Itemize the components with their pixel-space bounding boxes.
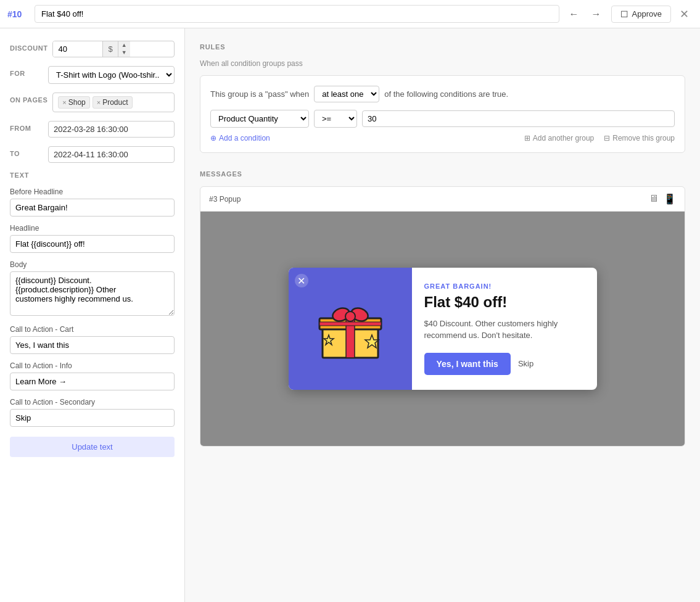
on-pages-control: × Shop × Product	[52, 93, 175, 112]
from-input[interactable]	[48, 121, 175, 138]
nav-buttons: ← →	[564, 6, 606, 22]
from-row: FROM	[10, 121, 175, 138]
popup-card: ✕	[289, 268, 597, 390]
add-another-group-button[interactable]: ⊞ Add another group	[524, 134, 594, 142]
message-card-header: #3 Popup 🖥 📱	[200, 187, 685, 212]
tag-product-remove[interactable]: ×	[97, 99, 101, 106]
add-condition-icon: ⊕	[210, 134, 216, 142]
body-textarea[interactable]: {{discount}} Discount. {{product.descrip…	[10, 271, 175, 316]
cta-info-label: Call to Action - Info	[10, 361, 175, 370]
discount-label: DISCOUNT	[10, 41, 47, 52]
right-panel: RULES When all condition groups pass Thi…	[185, 28, 700, 602]
cta-secondary-label: Call to Action - Secondary	[10, 398, 175, 406]
prev-button[interactable]: ←	[564, 6, 584, 22]
popup-close-button[interactable]: ✕	[295, 274, 308, 287]
item-id: #10	[7, 9, 30, 19]
tags-field: × Shop × Product	[52, 93, 175, 112]
remove-group-button[interactable]: ⊟ Remove this group	[604, 134, 675, 142]
popup-headline: Flat $40 off!	[424, 294, 585, 311]
add-group-icon: ⊞	[524, 134, 530, 142]
next-button[interactable]: →	[587, 6, 606, 22]
title-input[interactable]	[35, 5, 559, 23]
tag-product: × Product	[93, 96, 133, 109]
body-label: Body	[10, 260, 175, 269]
update-text-button[interactable]: Update text	[10, 437, 175, 457]
messages-section: MESSAGES #3 Popup 🖥 📱 ✕	[200, 170, 685, 447]
rules-section: RULES When all condition groups pass Thi…	[200, 43, 685, 153]
discount-input[interactable]	[53, 41, 102, 57]
discount-control: $ ▲ ▼	[52, 41, 175, 57]
on-pages-label: ON PAGES	[10, 93, 47, 104]
remove-group-icon: ⊟	[604, 134, 610, 142]
tag-shop: × Shop	[58, 96, 89, 109]
add-group-label: Add another group	[533, 134, 594, 142]
to-control	[48, 146, 175, 163]
svg-point-6	[345, 311, 355, 321]
popup-content-side: GREAT BARGAIN! Flat $40 off! $40 Discoun…	[412, 268, 597, 390]
discount-up-arrow[interactable]: ▲	[118, 41, 130, 49]
popup-preview: ✕	[200, 212, 685, 446]
tag-shop-remove[interactable]: ×	[62, 99, 66, 106]
to-label: TO	[10, 146, 43, 157]
before-headline-label: Before Headline	[10, 188, 175, 196]
cta-secondary-input[interactable]	[10, 409, 175, 427]
discount-row: DISCOUNT $ ▲ ▼	[10, 41, 175, 57]
tag-product-label: Product	[102, 98, 128, 107]
left-panel: DISCOUNT $ ▲ ▼ FOR T-Shirt with Logo (Wo…	[0, 28, 185, 602]
popup-subtitle: GREAT BARGAIN!	[424, 282, 585, 290]
text-section: TEXT Before Headline Headline Body {{dis…	[10, 171, 175, 457]
condition-op-select[interactable]: >=	[314, 110, 357, 128]
rules-subtitle: When all condition groups pass	[200, 59, 685, 68]
tag-shop-label: Shop	[68, 98, 86, 107]
discount-symbol: $	[102, 41, 117, 57]
cta-cart-input[interactable]	[10, 336, 175, 354]
condition-value-input[interactable]	[362, 110, 675, 127]
mobile-icon[interactable]: 📱	[664, 193, 676, 205]
headline-input[interactable]	[10, 235, 175, 253]
from-control	[48, 121, 175, 138]
discount-input-wrap: $ ▲ ▼	[52, 41, 175, 57]
of-label: of the following conditions are true.	[384, 89, 508, 99]
condition-group: This group is a "pass" when at least one…	[200, 75, 685, 153]
condition-row: Product Quantity >=	[210, 110, 675, 128]
device-icons: 🖥 📱	[649, 193, 676, 205]
for-label: FOR	[10, 66, 43, 77]
on-pages-row: ON PAGES × Shop × Product	[10, 93, 175, 112]
for-select[interactable]: T-Shirt with Logo (Woo-tshir...	[48, 66, 175, 84]
for-row: FOR T-Shirt with Logo (Woo-tshir...	[10, 66, 175, 84]
to-input[interactable]	[48, 146, 175, 163]
to-row: TO	[10, 146, 175, 163]
text-section-header: TEXT	[10, 171, 175, 179]
top-bar: #10 ← → Approve ✕	[0, 0, 700, 28]
popup-cta-wrap: Yes, I want this Skip	[424, 353, 585, 375]
add-condition-button[interactable]: ⊕ Add a condition	[210, 134, 270, 142]
popup-image-side: ✕	[289, 268, 412, 390]
popup-tag: #3 Popup	[209, 195, 241, 204]
popup-skip-button[interactable]: Skip	[518, 359, 533, 368]
svg-rect-3	[319, 322, 381, 326]
discount-arrows[interactable]: ▲ ▼	[118, 41, 130, 57]
close-button[interactable]: ✕	[676, 6, 693, 22]
popup-body: $40 Discount. Other customers highly rec…	[424, 318, 585, 342]
messages-header: MESSAGES	[200, 170, 685, 178]
desktop-icon[interactable]: 🖥	[649, 193, 659, 205]
popup-cta-cart-button[interactable]: Yes, I want this	[424, 353, 511, 375]
headline-label: Headline	[10, 224, 175, 233]
from-label: FROM	[10, 121, 43, 132]
pass-when-select[interactable]: at least one	[314, 86, 379, 102]
for-control: T-Shirt with Logo (Woo-tshir...	[48, 66, 175, 84]
add-condition-label: Add a condition	[219, 134, 270, 142]
cta-cart-label: Call to Action - Cart	[10, 325, 175, 334]
main-layout: DISCOUNT $ ▲ ▼ FOR T-Shirt with Logo (Wo…	[0, 28, 700, 602]
remove-group-label: Remove this group	[612, 134, 675, 142]
before-headline-input[interactable]	[10, 199, 175, 216]
gift-box-image	[316, 295, 384, 363]
approve-button[interactable]: Approve	[611, 6, 671, 23]
rules-header: RULES	[200, 43, 685, 51]
cta-info-input[interactable]	[10, 373, 175, 390]
pass-when-label: This group is a "pass" when	[210, 89, 309, 99]
condition-type-select[interactable]: Product Quantity	[210, 110, 309, 128]
discount-down-arrow[interactable]: ▼	[118, 49, 130, 56]
condition-group-header: This group is a "pass" when at least one…	[210, 86, 675, 102]
group-action-buttons: ⊞ Add another group ⊟ Remove this group	[524, 134, 675, 142]
